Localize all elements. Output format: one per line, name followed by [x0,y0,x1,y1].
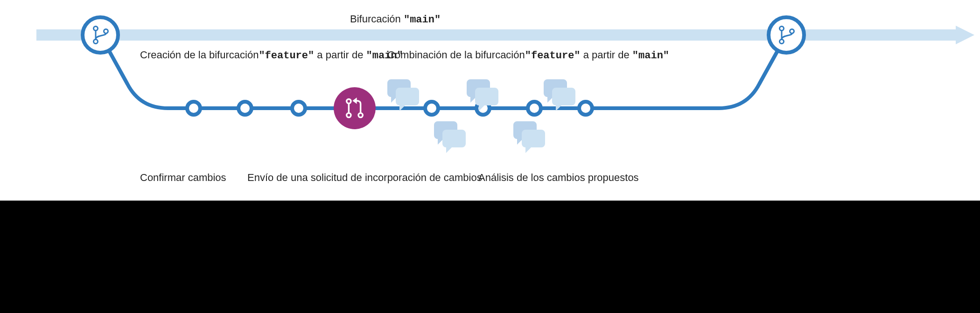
git-flow-diagram: Bifurcación "main" Creación de la bifurc… [0,0,980,201]
merge-branch-label: Combinación de la bifurcación"feature" a… [387,49,669,62]
branch-start-node [83,17,118,53]
branch-end-node [769,17,804,53]
comment-icon [434,121,466,153]
comment-icon [387,79,419,111]
svg-point-6 [83,17,118,53]
comment-icon [544,79,575,111]
main-branch-arrowhead [956,26,974,44]
main-branch-label: Bifurcación "main" [350,13,441,26]
svg-point-14 [579,102,592,115]
svg-point-9 [238,102,252,115]
svg-point-13 [528,102,541,115]
svg-point-15 [334,87,376,129]
review-step-label: Análisis de los cambios propuestos [478,172,639,184]
commit-step-label: Confirmar cambios [140,172,226,184]
svg-point-7 [769,17,804,53]
main-branch-bar [36,29,956,41]
feature-branch-path [100,35,786,108]
pull-request-node [334,87,376,129]
svg-point-10 [292,102,305,115]
comment-icon [467,79,498,111]
svg-point-8 [187,102,200,115]
svg-point-11 [425,102,438,115]
pr-step-label: Envío de una solicitud de incorporación … [247,172,482,184]
diagram-svg [0,0,980,201]
comment-icon [513,121,545,153]
create-branch-label: Creación de la bifurcación"feature" a pa… [140,49,403,62]
